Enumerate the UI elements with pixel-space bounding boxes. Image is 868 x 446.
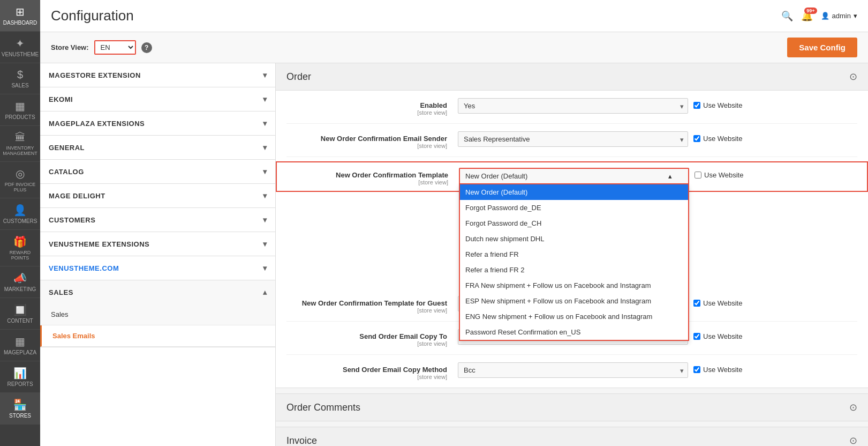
select-display-order-template[interactable]: New Order (Default) ▴: [459, 168, 689, 184]
accordion-venustheme-com: VENUSTHEME.COM ▾: [40, 256, 275, 280]
store-view-select[interactable]: EN DE FR Default: [94, 40, 136, 55]
search-button[interactable]: 🔍: [781, 10, 793, 22]
invoice-title: Invoice: [286, 435, 317, 447]
sidebar-item-mageplaza[interactable]: ▦ MAGEPLAZA: [0, 330, 40, 361]
order-section-toggle[interactable]: ⊙: [849, 71, 857, 83]
accordion-sub-item-sales-emails[interactable]: Sales Emails: [40, 325, 275, 347]
label-email-sender: New Order Confirmation Email Sender [sto…: [286, 131, 458, 149]
accordion-header-catalog[interactable]: CATALOG ▾: [40, 160, 275, 183]
accordion-header-venustheme-ext[interactable]: VENUSTHEME EXTENSIONS ▾: [40, 232, 275, 256]
page-title: Configuration: [51, 8, 134, 24]
use-website-enabled: Use Website: [693, 98, 742, 109]
dropdown-item-6[interactable]: FRA New shipment + Follow us on Facebook…: [460, 278, 688, 293]
dropdown-item-7[interactable]: ESP New shipment + Follow us on Facebook…: [460, 293, 688, 309]
sidebar-item-stores[interactable]: 🏪 STORES: [0, 393, 40, 425]
dropdown-item-3[interactable]: Dutch new shipment DHL: [460, 231, 688, 247]
dropdown-item-8[interactable]: ENG New shipment + Follow us on Facebook…: [460, 309, 688, 324]
help-icon[interactable]: ?: [141, 42, 152, 53]
checkbox-use-website-email-sender[interactable]: [693, 135, 700, 142]
stores-icon: 🏪: [13, 398, 27, 411]
accordion-header-venustheme-com[interactable]: VENUSTHEME.COM ▾: [40, 256, 275, 280]
accordion-venustheme-ext: VENUSTHEME EXTENSIONS ▾: [40, 232, 275, 256]
toolbar: Store View: EN DE FR Default ? Save Conf…: [40, 32, 868, 63]
checkbox-use-website-enabled[interactable]: [693, 102, 700, 109]
chevron-down-icon: ▾: [263, 143, 267, 152]
reward-icon: 🎁: [13, 235, 27, 248]
control-order-template: New Order (Default) ▴ New Order (Default…: [459, 168, 856, 184]
dropdown-item-0[interactable]: New Order (Default): [460, 184, 688, 200]
mageplaza-icon: ▦: [15, 335, 25, 348]
accordion-sales: SALES ▴ Sales Sales Emails: [40, 280, 275, 347]
accordion-mageplaza: MAGEPLAZA EXTENSIONS ▾: [40, 112, 275, 136]
config-row-email-copy-method: Send Order Email Copy Method [store view…: [286, 355, 857, 388]
reports-icon: 📊: [13, 367, 27, 380]
chevron-down-icon: ▾: [263, 119, 267, 128]
accordion-header-mage-delight[interactable]: MAGE DELIGHT ▾: [40, 184, 275, 207]
store-view-label: Store View:: [51, 43, 89, 51]
sidebar-item-products[interactable]: ▦ PRODUCTS: [0, 94, 40, 126]
admin-label: admin: [832, 12, 851, 20]
select-enabled[interactable]: Yes No: [458, 98, 688, 114]
accordion-header-general[interactable]: GENERAL ▾: [40, 136, 275, 159]
admin-menu-button[interactable]: 👤 admin ▾: [821, 12, 857, 20]
pdf-icon: ◎: [16, 167, 25, 180]
accordion-header-customers[interactable]: CUSTOMERS ▾: [40, 208, 275, 232]
order-comments-toggle[interactable]: ⊙: [849, 402, 857, 413]
invoice-toggle[interactable]: ⊙: [849, 435, 857, 446]
dropdown-item-2[interactable]: Forgot Password de_CH: [460, 215, 688, 231]
accordion-header-magestore[interactable]: MAGESTORE EXTENSION ▾: [40, 63, 275, 87]
store-view-row: Store View: EN DE FR Default ?: [51, 40, 152, 55]
sidebar-item-pdf[interactable]: ◎ PDF INVOICE PLUS: [0, 162, 40, 198]
dropdown-item-5[interactable]: Refer a friend FR 2: [460, 262, 688, 278]
checkbox-use-website-email-copy-to[interactable]: [693, 333, 700, 340]
order-comments-section: Order Comments ⊙: [276, 393, 868, 421]
section-header-order: Order ⊙: [276, 63, 868, 91]
dropdown-item-1[interactable]: Forgot Password de_DE: [460, 200, 688, 215]
accordion-general: GENERAL ▾: [40, 136, 275, 160]
select-dropdown-order-template: New Order (Default) Forgot Password de_D…: [459, 184, 689, 341]
label-order-template: New Order Confirmation Template [store v…: [288, 168, 459, 185]
products-icon: ▦: [15, 100, 25, 113]
accordion-ekomi: EKOMI ▾: [40, 87, 275, 112]
right-panel: Order ⊙ Enabled [store view] Ye: [276, 63, 868, 446]
invoice-section: Invoice ⊙: [276, 427, 868, 446]
sidebar-item-reward[interactable]: 🎁 REWARD POINTS: [0, 230, 40, 266]
select-email-sender[interactable]: Sales Representative General Contact: [458, 131, 688, 147]
dropdown-item-9[interactable]: Password Reset Confirmation en_US: [460, 324, 688, 340]
accordion-mage-delight: MAGE DELIGHT ▾: [40, 184, 275, 208]
accordion-sub-item-sales[interactable]: Sales: [40, 304, 275, 325]
accordion-header-ekomi[interactable]: EKOMI ▾: [40, 87, 275, 111]
accordion-sub-sales: Sales Sales Emails: [40, 304, 275, 347]
order-comments-title: Order Comments: [286, 402, 360, 413]
sidebar-item-reports[interactable]: 📊 REPORTS: [0, 361, 40, 393]
accordion-header-sales[interactable]: SALES ▴: [40, 280, 275, 304]
checkbox-use-website-email-copy-method[interactable]: [693, 366, 700, 373]
dropdown-item-4[interactable]: Refer a friend FR: [460, 247, 688, 262]
sidebar-item-customers[interactable]: 👤 CUSTOMERS: [0, 198, 40, 230]
venustheme-icon: ✦: [16, 37, 25, 50]
top-header: Configuration 🔍 🔔 99+ 👤 admin ▾: [40, 0, 868, 32]
chevron-down-icon: ▾: [263, 264, 267, 272]
select-arrow-up-icon: ▴: [668, 172, 672, 180]
notification-button[interactable]: 🔔 99+: [801, 10, 813, 22]
control-enabled: Yes No Use Website: [458, 98, 857, 114]
checkbox-use-website-order-template[interactable]: [695, 172, 701, 179]
sidebar-item-venustheme[interactable]: ✦ VENUSTHEME: [0, 32, 40, 63]
sidebar-item-sales[interactable]: $ SALES: [0, 63, 40, 94]
invoice-header: Invoice ⊙: [276, 427, 868, 446]
content-icon: 🔲: [13, 303, 27, 316]
sidebar-item-marketing[interactable]: 📣 MARKETING: [0, 266, 40, 298]
sidebar-item-content[interactable]: 🔲 CONTENT: [0, 298, 40, 330]
sidebar-item-dashboard[interactable]: ⊞ DASHBOARD: [0, 0, 40, 32]
accordion-catalog: CATALOG ▾: [40, 160, 275, 184]
customers-icon: 👤: [13, 204, 27, 217]
select-email-copy-method[interactable]: Bcc Separate Email: [458, 362, 688, 378]
checkbox-use-website-guest-template[interactable]: [693, 300, 700, 307]
control-email-sender: Sales Representative General Contact Use…: [458, 131, 857, 147]
accordion-header-mageplaza[interactable]: MAGEPLAZA EXTENSIONS ▾: [40, 112, 275, 135]
control-email-copy-method: Bcc Separate Email Use Website: [458, 362, 857, 378]
use-website-email-copy-method: Use Website: [693, 362, 742, 374]
save-config-button[interactable]: Save Config: [787, 38, 857, 57]
sidebar-item-inventory[interactable]: 🏛 INVENTORY MANAGEMENT: [0, 126, 40, 162]
notification-badge: 99+: [804, 8, 817, 14]
